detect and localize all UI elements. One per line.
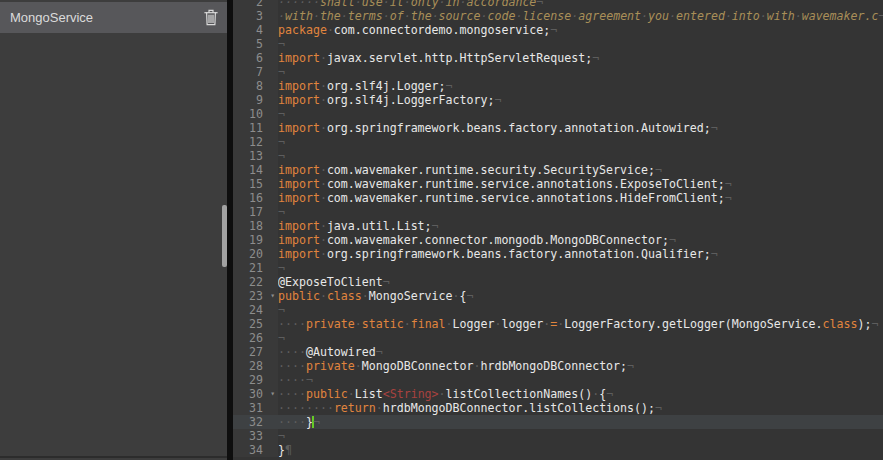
code-text: package·com.connectordemo.mongoservice;¬: [278, 23, 883, 37]
code-line[interactable]: 9import·org.slf4j.LoggerFactory;¬: [233, 93, 883, 107]
code-text: import·org.slf4j.LoggerFactory;¬: [278, 93, 883, 107]
code-line[interactable]: 8import·org.slf4j.Logger;¬: [233, 79, 883, 93]
code-text: ¬: [278, 261, 883, 275]
code-text: import·org.slf4j.Logger;¬: [278, 79, 883, 93]
line-number: 2: [233, 0, 278, 9]
code-line[interactable]: 34}¶: [233, 443, 883, 457]
code-line[interactable]: 27····@Autowired¬: [233, 345, 883, 359]
fold-toggle-icon[interactable]: ▾: [270, 388, 275, 400]
code-line[interactable]: 10¬: [233, 107, 883, 121]
line-number: 25: [233, 317, 278, 331]
line-number: 27: [233, 345, 278, 359]
code-line[interactable]: 22@ExposeToClient¬: [233, 275, 883, 289]
code-text: import·org.springframework.beans.factory…: [278, 247, 883, 261]
sidebar-item-label: MongoService: [10, 10, 93, 25]
code-line[interactable]: 13¬: [233, 149, 883, 163]
line-number: 14: [233, 163, 278, 177]
line-number: 8: [233, 79, 278, 93]
code-text: ¬: [278, 149, 883, 163]
line-number: 16: [233, 191, 278, 205]
code-text: ¬: [278, 205, 883, 219]
line-number: 26: [233, 331, 278, 345]
code-text: ¬: [278, 107, 883, 121]
code-text: ····private·MongoDBConnector·hrdbMongoDB…: [278, 359, 883, 373]
code-text: import·org.springframework.beans.factory…: [278, 121, 883, 135]
service-list-panel: MongoService: [0, 0, 227, 458]
code-line[interactable]: 5¬: [233, 37, 883, 51]
code-line[interactable]: 23▾public·class·MongoService·{¬: [233, 289, 883, 303]
code-line[interactable]: 18import·java.util.List;¬: [233, 219, 883, 233]
code-line[interactable]: 30▾····public·List<String>·listCollectio…: [233, 387, 883, 401]
code-line[interactable]: 26¬: [233, 331, 883, 345]
code-line[interactable]: 20import·org.springframework.beans.facto…: [233, 247, 883, 261]
code-line[interactable]: 6import·javax.servlet.http.HttpServletRe…: [233, 51, 883, 65]
sidebar-item-mongoservice[interactable]: MongoService: [0, 2, 227, 33]
line-number: 28: [233, 359, 278, 373]
code-line[interactable]: 17¬: [233, 205, 883, 219]
fold-toggle-icon[interactable]: ▾: [270, 290, 275, 302]
code-line[interactable]: 24¬: [233, 303, 883, 317]
line-number: 12: [233, 135, 278, 149]
code-text: @ExposeToClient¬: [278, 275, 883, 289]
line-number: 31: [233, 401, 278, 415]
line-number: 10: [233, 107, 278, 121]
line-number: 13: [233, 149, 278, 163]
code-line[interactable]: 31········return·hrdbMongoDBConnector.li…: [233, 401, 883, 415]
line-number: 9: [233, 93, 278, 107]
code-text: ····public·List<String>·listCollectionNa…: [278, 387, 883, 401]
line-number: 21: [233, 261, 278, 275]
line-number: 30▾: [233, 387, 278, 401]
code-text: public·class·MongoService·{¬: [278, 289, 883, 303]
code-line[interactable]: 29····¬: [233, 373, 883, 387]
code-editor[interactable]: 2······shall·use·it·only·in·accordance¬3…: [233, 0, 883, 460]
line-number: 33: [233, 429, 278, 443]
code-text: ¬: [278, 303, 883, 317]
code-line[interactable]: 7¬: [233, 65, 883, 79]
code-text: }¶: [278, 443, 883, 457]
line-number: 20: [233, 247, 278, 261]
line-number: 22: [233, 275, 278, 289]
code-text: import·com.wavemaker.runtime.service.ann…: [278, 191, 883, 205]
code-line[interactable]: 12¬: [233, 135, 883, 149]
line-number: 4: [233, 23, 278, 37]
code-line[interactable]: 32····}¬: [233, 415, 883, 429]
code-line[interactable]: 15import·com.wavemaker.runtime.service.a…: [233, 177, 883, 191]
code-line[interactable]: 11import·org.springframework.beans.facto…: [233, 121, 883, 135]
line-number: 6: [233, 51, 278, 65]
code-content: 2······shall·use·it·only·in·accordance¬3…: [233, 0, 883, 457]
code-text: import·javax.servlet.http.HttpServletReq…: [278, 51, 883, 65]
line-number: 5: [233, 37, 278, 51]
line-number: 7: [233, 65, 278, 79]
code-line[interactable]: 28····private·MongoDBConnector·hrdbMongo…: [233, 359, 883, 373]
line-number: 11: [233, 121, 278, 135]
line-number: 15: [233, 177, 278, 191]
code-text: ·with·the·terms·of·the·source·code·licen…: [278, 9, 883, 23]
line-number: 32: [233, 415, 278, 429]
line-number: 23▾: [233, 289, 278, 303]
code-line[interactable]: 16import·com.wavemaker.runtime.service.a…: [233, 191, 883, 205]
code-text: ········return·hrdbMongoDBConnector.list…: [278, 401, 883, 415]
code-text: ¬: [278, 331, 883, 345]
code-text: ····¬: [278, 373, 883, 387]
code-text: ······shall·use·it·only·in·accordance¬: [278, 0, 883, 9]
code-line[interactable]: 4package·com.connectordemo.mongoservice;…: [233, 23, 883, 37]
code-text: ····@Autowired¬: [278, 345, 883, 359]
delete-service-button[interactable]: [202, 9, 220, 27]
code-line[interactable]: 2······shall·use·it·only·in·accordance¬: [233, 0, 883, 9]
code-text: import·com.wavemaker.runtime.service.ann…: [278, 177, 883, 191]
code-line[interactable]: 19import·com.wavemaker.connector.mongodb…: [233, 233, 883, 247]
sidebar-scrollbar-thumb[interactable]: [222, 205, 227, 267]
code-line[interactable]: 3·with·the·terms·of·the·source·code·lice…: [233, 9, 883, 23]
code-line[interactable]: 14import·com.wavemaker.runtime.security.…: [233, 163, 883, 177]
line-number: 18: [233, 219, 278, 233]
code-text: ····private·static·final·Logger·logger·=…: [278, 317, 883, 331]
trash-icon: [204, 9, 218, 26]
code-line[interactable]: 21¬: [233, 261, 883, 275]
line-number: 34: [233, 443, 278, 457]
line-number: 29: [233, 373, 278, 387]
code-text: ····}¬: [278, 415, 883, 429]
code-line[interactable]: 25····private·static·final·Logger·logger…: [233, 317, 883, 331]
code-line[interactable]: 33¬: [233, 429, 883, 443]
line-number: 24: [233, 303, 278, 317]
line-number: 3: [233, 9, 278, 23]
